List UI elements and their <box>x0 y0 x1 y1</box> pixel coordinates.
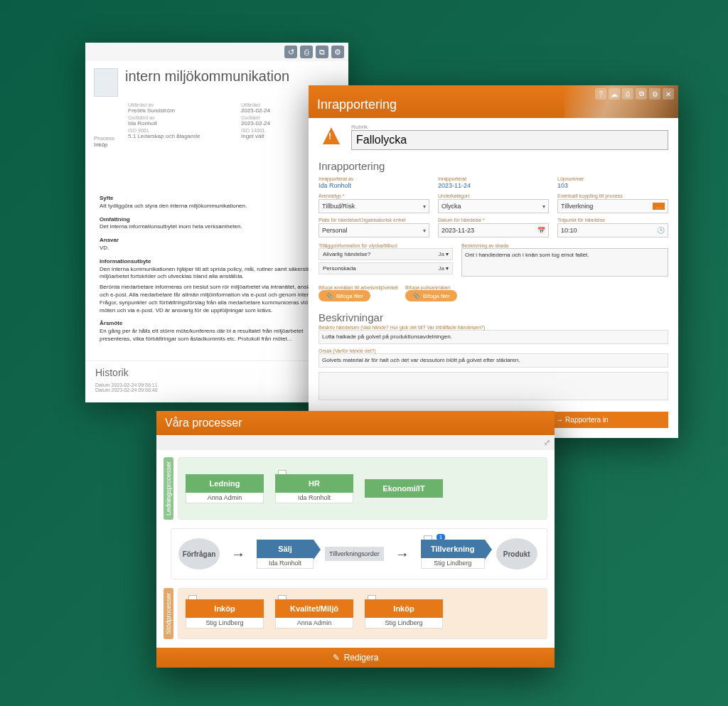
lane-label-management: Ledningsprocesser <box>164 457 173 520</box>
extra-textarea[interactable] <box>318 372 668 400</box>
processes-title: Våra processer <box>156 411 555 435</box>
attach-button-2[interactable]: Bifoga filer <box>405 290 457 301</box>
edit-button[interactable]: ✎Redigera <box>156 648 555 668</box>
process-box-salj[interactable]: Sälj Ida Ronholt <box>257 540 314 569</box>
subcategory-select[interactable]: Olycka▾ <box>438 199 549 213</box>
document-title: intern miljökommunikation <box>125 68 289 85</box>
cause-input[interactable]: Golvets material är för halt och det var… <box>318 353 668 368</box>
gear-icon[interactable]: ⚙ <box>649 88 660 100</box>
document-icon <box>94 68 118 97</box>
flow-end[interactable]: Produkt <box>496 538 537 569</box>
gear-icon[interactable]: ⚙ <box>331 46 344 58</box>
serious-event-select[interactable]: Allvarlig händelse? Ja ▾ <box>318 248 453 260</box>
reported-by-link[interactable]: Ida Ronholt <box>318 182 429 189</box>
print-icon[interactable]: ⎙ <box>300 46 313 58</box>
event-description-input[interactable]: Lotta halkade på golvet på produktionsav… <box>318 330 668 344</box>
flow-start[interactable]: Förfrågan <box>178 538 220 569</box>
process-box-inkop-1[interactable]: Inköp Stig Lindberg <box>186 599 264 629</box>
warning-cone-icon <box>318 124 344 150</box>
copy-icon[interactable]: ⧉ <box>636 88 647 100</box>
process-box-kvalitet[interactable]: Kvalitet/Miljö Anna Admin <box>275 599 353 629</box>
support-lane: Inköp Stig Lindberg Kvalitet/Miljö Anna … <box>178 588 547 639</box>
arrow-icon: → <box>231 546 245 562</box>
process-box-ledning[interactable]: Ledning Anna Admin <box>186 474 264 503</box>
edit-icon: ✎ <box>333 653 340 663</box>
section-inrapportering: Inrapportering <box>309 156 678 173</box>
copy-icon[interactable]: ⧉ <box>316 46 328 58</box>
cloud-icon[interactable]: ☁ <box>609 88 620 100</box>
process-box-hr[interactable]: HR Ida Ronholt <box>275 474 353 503</box>
process-link-select[interactable]: Tillverkning… <box>557 199 668 213</box>
processes-window: Våra processer ⤢ Ledningsprocesser Ledni… <box>156 411 555 668</box>
arrow-icon: → <box>395 546 410 562</box>
expand-icon[interactable]: ⤢ <box>156 435 555 450</box>
main-flow-lane: Förfrågan → Sälj Ida Ronholt Tillverknin… <box>171 528 547 579</box>
serial-number: 103 <box>557 182 668 189</box>
location-select[interactable]: Personal▾ <box>318 223 429 237</box>
report-header: ? ☁ ⎙ ⧉ ⚙ ✕ Inrapportering <box>309 85 678 118</box>
event-time-input[interactable]: 10:10🕒 <box>557 223 668 237</box>
close-icon[interactable]: ✕ <box>663 88 674 100</box>
doc-toolbar: ↺ ⎙ ⧉ ⚙ <box>85 43 348 61</box>
lane-label-support: Stödprocesser <box>164 588 173 639</box>
rubrik-label: Rubrik <box>351 124 668 130</box>
report-title: Inrapportering <box>317 97 397 112</box>
process-box-inkop-2[interactable]: Inköp Stig Lindberg <box>365 599 443 629</box>
process-box-tillverkning[interactable]: 1 Tillverkning Stig Lindberg <box>421 540 485 569</box>
report-window: ? ☁ ⎙ ⧉ ⚙ ✕ Inrapportering Rubrik Inrapp… <box>309 85 678 438</box>
case-type-select[interactable]: Tillbud/Risk▾ <box>318 199 429 213</box>
management-lane: Ledning Anna Admin HR Ida Ronholt Ekonom… <box>178 457 547 520</box>
event-date-input[interactable]: 2023-11-23📅 <box>438 223 549 237</box>
process-label: Process Inköp <box>94 135 114 148</box>
attach-button-1[interactable]: Bifoga filer <box>318 290 370 301</box>
history-icon[interactable]: ↺ <box>284 46 297 58</box>
process-box-ekonomi[interactable]: Ekonomi/IT <box>365 479 443 498</box>
personal-injury-select[interactable]: Personskada Ja ▾ <box>318 262 453 274</box>
print-icon[interactable]: ⎙ <box>622 88 633 100</box>
injury-description-textarea[interactable]: Ont i handlederna och i knän som tog emo… <box>461 248 668 277</box>
help-icon[interactable]: ? <box>595 88 606 100</box>
report-form-grid: Inrapporterat av Ida Ronholt Inrapporter… <box>309 173 678 243</box>
reported-date: 2023-11-24 <box>438 182 549 189</box>
rubrik-input[interactable] <box>351 130 668 150</box>
flow-order[interactable]: Tillverkningsorder <box>325 547 384 561</box>
section-descriptions: Beskrivningar <box>309 307 678 325</box>
rubrik-row: Rubrik <box>309 118 678 156</box>
report-toolbar: ? ☁ ⎙ ⧉ ⚙ ✕ <box>595 88 674 100</box>
